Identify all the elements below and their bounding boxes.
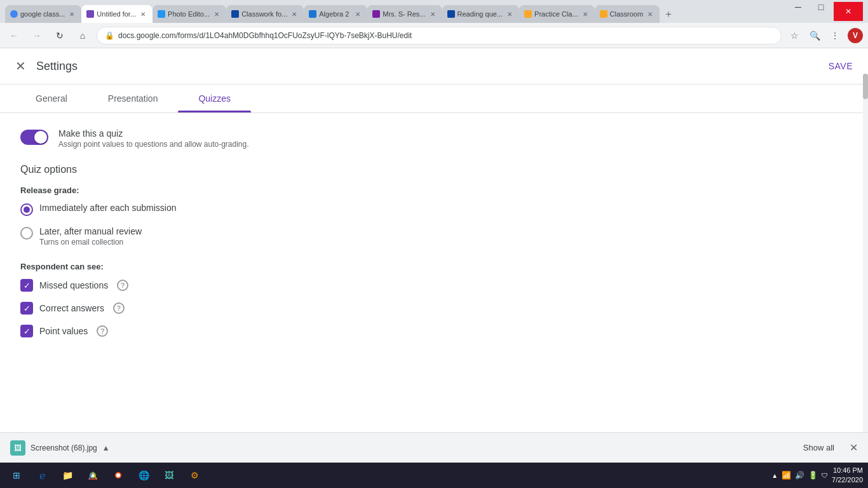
tab-close-3[interactable]: ✕	[212, 10, 221, 18]
tab-close-5[interactable]: ✕	[353, 10, 362, 18]
tab-1[interactable]: google class... ✕	[5, 5, 81, 23]
minimize-button[interactable]: ─	[788, 2, 808, 12]
image-icon: 🖼	[163, 469, 175, 482]
radio-later[interactable]: Later, after manual review Turns on emai…	[20, 226, 848, 247]
tab-close-4[interactable]: ✕	[290, 10, 299, 18]
back-button[interactable]: ←	[5, 27, 23, 44]
toggle-text-group: Make this a quiz Assign point values to …	[58, 128, 249, 149]
settings-header: ✕ Settings Save	[0, 48, 868, 85]
lock-icon: 🔒	[105, 31, 114, 40]
taskbar-ie[interactable]: ℯ	[31, 465, 53, 485]
bookmark-icon[interactable]: ☆	[787, 28, 802, 43]
settings-title: Settings	[36, 60, 78, 73]
home-button[interactable]: ⌂	[74, 27, 92, 44]
radio-sub-later: Turns on email collection	[39, 238, 142, 247]
tab-presentation[interactable]: Presentation	[88, 85, 179, 112]
tab-label-8: Practice Cla...	[534, 10, 578, 18]
settings-close-button[interactable]: ✕	[15, 58, 26, 74]
tab-label-6: Mrs. S- Res...	[383, 10, 425, 18]
tab-8[interactable]: Practice Cla... ✕	[519, 5, 594, 23]
help-icon-points[interactable]: ?	[97, 325, 108, 337]
checkbox-box-missed: ✓	[20, 279, 33, 292]
system-tray: ▲ 📶 🔊 🔋 🛡 10:46 PM 7/22/2020	[771, 466, 863, 485]
tab-general[interactable]: General	[15, 85, 88, 112]
tab-label-1: google class...	[20, 10, 65, 18]
tabs-container: google class... ✕ Untitled for... ✕ Phot…	[5, 0, 783, 23]
tab-label-3: Photo Edito...	[168, 10, 210, 18]
help-icon-missed[interactable]: ?	[117, 280, 128, 291]
download-chevron-icon[interactable]: ▲	[102, 444, 110, 452]
main-content: ✕ Settings Save General Presentation Qui…	[0, 48, 868, 468]
taskbar-chrome[interactable]	[81, 465, 104, 485]
security-icon: 🛡	[822, 472, 828, 479]
taskbar-image[interactable]: 🖼	[158, 465, 180, 485]
tab-6[interactable]: Mrs. S- Res... ✕	[367, 5, 442, 23]
help-icon-correct[interactable]: ?	[113, 302, 125, 314]
tab-favicon-7	[447, 10, 455, 18]
taskbar-browser[interactable]: 🌐	[132, 465, 155, 485]
system-clock[interactable]: 10:46 PM 7/22/2020	[832, 466, 863, 485]
maximize-button[interactable]: □	[811, 2, 831, 12]
quiz-toggle-row: Make this a quiz Assign point values to …	[20, 128, 848, 149]
tab-favicon-5	[309, 10, 316, 18]
start-button[interactable]: ⊞	[5, 465, 28, 485]
quiz-toggle-label: Make this a quiz	[58, 128, 249, 139]
tab-close-9[interactable]: ✕	[646, 10, 654, 18]
tray-arrow[interactable]: ▲	[771, 472, 778, 479]
tab-close-6[interactable]: ✕	[428, 10, 437, 18]
checkbox-correct[interactable]: ✓ Correct answers ?	[20, 302, 848, 315]
address-field[interactable]: 🔒 docs.google.com/forms/d/1LO4ahM0DGbfhh…	[97, 27, 782, 44]
respondent-can-see-label: Respondent can see:	[20, 262, 848, 271]
radio-label-later: Later, after manual review	[39, 226, 142, 236]
new-tab-button[interactable]: ＋	[660, 5, 677, 23]
download-item: 🖼 Screenshot (68).jpg ▲	[10, 440, 110, 456]
files-icon: 📁	[61, 469, 74, 482]
tab-favicon-6	[372, 10, 380, 18]
menu-icon[interactable]: ⋮	[827, 28, 843, 43]
user-avatar[interactable]: V	[848, 28, 863, 43]
tab-favicon-8	[524, 10, 532, 18]
svg-point-3	[116, 473, 120, 477]
tab-2[interactable]: Untitled for... ✕	[81, 5, 153, 23]
quiz-toggle-switch[interactable]	[20, 130, 48, 145]
tab-close-7[interactable]: ✕	[505, 10, 514, 18]
release-grade-label: Release grade:	[20, 186, 848, 195]
address-bar-row: ← → ↻ ⌂ 🔒 docs.google.com/forms/d/1LO4ah…	[0, 23, 868, 48]
tab-9[interactable]: Classroom ✕	[595, 5, 660, 23]
refresh-button[interactable]: ↻	[51, 27, 69, 44]
scroll-track[interactable]	[863, 74, 868, 468]
taskbar-files[interactable]: 📁	[56, 465, 79, 485]
download-bar-close[interactable]: ✕	[850, 442, 858, 454]
tab-3[interactable]: Photo Edito... ✕	[153, 5, 226, 23]
save-button[interactable]: Save	[829, 61, 853, 71]
taskbar-tool[interactable]: ⚙	[183, 465, 206, 485]
taskbar-chrome2[interactable]	[107, 465, 130, 485]
download-file-name: Screenshot (68).jpg	[31, 444, 97, 452]
show-all-button[interactable]: Show all	[796, 439, 842, 456]
tab-favicon-9	[600, 10, 607, 18]
tab-7[interactable]: Reading que... ✕	[442, 5, 520, 23]
tab-quizzes[interactable]: Quizzes	[178, 85, 251, 112]
tab-5[interactable]: Algebra 2 ✕	[304, 5, 367, 23]
radio-immediate[interactable]: Immediately after each submission	[20, 203, 848, 216]
checkbox-label-missed: Missed questions	[39, 280, 108, 290]
tab-label-2: Untitled for...	[97, 10, 136, 18]
toggle-thumb	[34, 131, 47, 144]
scroll-thumb[interactable]	[863, 74, 868, 99]
radio-text-immediate: Immediately after each submission	[39, 203, 177, 213]
tab-close-8[interactable]: ✕	[581, 10, 590, 18]
tab-close-1[interactable]: ✕	[67, 10, 76, 18]
tab-4[interactable]: Classwork fo... ✕	[226, 5, 304, 23]
settings-header-left: ✕ Settings	[15, 58, 78, 74]
checkbox-points[interactable]: ✓ Point values ?	[20, 325, 848, 337]
tab-close-2[interactable]: ✕	[139, 10, 147, 18]
close-window-button[interactable]: ✕	[834, 2, 863, 21]
browser-icon: 🌐	[137, 469, 150, 482]
forward-button[interactable]: →	[28, 27, 46, 44]
taskbar: ⊞ ℯ 📁	[0, 463, 868, 488]
checkbox-box-correct: ✓	[20, 302, 33, 315]
tab-favicon-4	[231, 10, 239, 18]
tab-label-5: Algebra 2	[319, 10, 351, 18]
search-icon[interactable]: 🔍	[807, 28, 822, 43]
checkbox-missed[interactable]: ✓ Missed questions ?	[20, 279, 848, 292]
